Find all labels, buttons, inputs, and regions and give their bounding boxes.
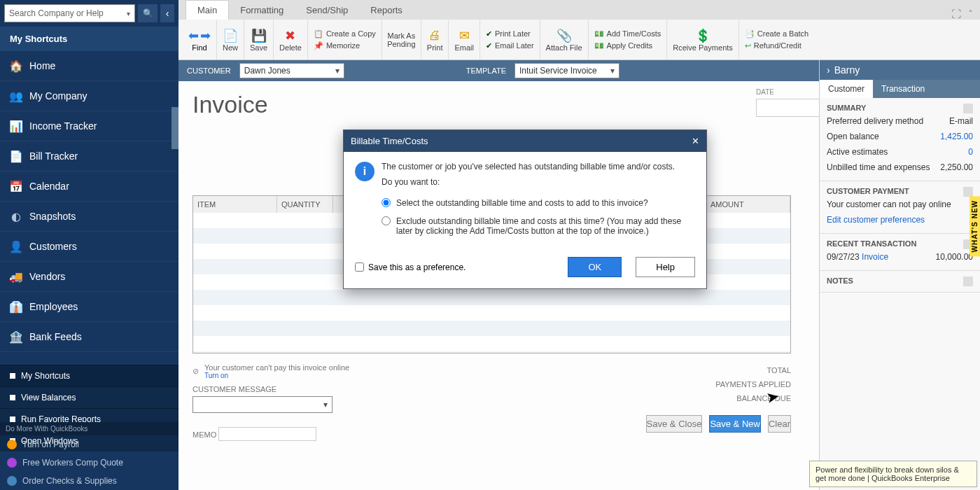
sidebar-scrollbar[interactable] xyxy=(172,107,178,149)
prev-arrow-icon[interactable]: ⬅ xyxy=(188,28,199,43)
left-sidebar: Search Company or Help▾ 🔍 ‹ My Shortcuts… xyxy=(0,0,178,490)
email-later-check[interactable]: ✔Email Later xyxy=(486,40,534,52)
refund-group: 📑Create a Batch ↩Refund/Credit xyxy=(739,20,814,59)
do-more-payroll[interactable]: Turn on Payroll xyxy=(0,435,178,454)
attach-button[interactable]: 📎Attach File xyxy=(540,20,589,59)
employees-icon: 👔 xyxy=(10,300,22,313)
memo-label: MEMO xyxy=(192,430,216,439)
find-group[interactable]: ⬅➡ Find xyxy=(183,20,217,59)
credit-icon: 💵 xyxy=(594,41,604,50)
vendors-icon: 🚚 xyxy=(10,270,22,283)
nav-home[interactable]: 🏠Home xyxy=(0,51,178,81)
edit-payment-icon[interactable] xyxy=(963,187,973,197)
nav-calendar[interactable]: 📅Calendar xyxy=(0,172,178,202)
delete-icon: ✖ xyxy=(283,28,298,43)
income-icon: 📊 xyxy=(10,120,22,132)
tab-send-ship[interactable]: Send/Ship xyxy=(295,1,359,20)
attach-icon: 📎 xyxy=(556,28,572,43)
memo-input[interactable] xyxy=(218,427,316,441)
rp-tab-transaction[interactable]: Transaction xyxy=(873,80,933,98)
create-batch-button[interactable]: 📑Create a Batch xyxy=(745,28,808,40)
rp-payment-text: Your customer can not pay online xyxy=(827,197,973,212)
print-button[interactable]: 🖨Print xyxy=(421,20,449,59)
edit-cust-pref-link[interactable]: Edit customer preferences xyxy=(827,215,925,225)
next-arrow-icon[interactable]: ➡ xyxy=(200,28,211,43)
mark-pending-button[interactable]: Mark As Pending xyxy=(382,20,421,59)
edit-summary-icon[interactable] xyxy=(963,104,973,113)
nav-bank-feeds[interactable]: 🏦Bank Feeds xyxy=(0,322,178,352)
footer-view-balances[interactable]: View Balances xyxy=(0,386,178,408)
tab-main[interactable]: Main xyxy=(186,0,229,20)
whats-new-tab[interactable]: WHAT'S NEW xyxy=(969,196,980,256)
do-more-header: Do More With QuickBooks xyxy=(0,422,178,435)
nav-snapshots[interactable]: ◐Snapshots xyxy=(0,202,178,232)
save-icon: 💾 xyxy=(251,28,267,43)
modal-option2[interactable]: Exclude outstanding billable time and co… xyxy=(355,212,695,240)
print-later-check[interactable]: ✔Print Later xyxy=(486,28,531,40)
save-pref-checkbox[interactable] xyxy=(355,262,364,272)
nav-bill-tracker[interactable]: 📄Bill Tracker xyxy=(0,141,178,172)
do-more-workers-comp[interactable]: Free Workers Comp Quote xyxy=(0,454,178,472)
nav-vendors[interactable]: 🚚Vendors xyxy=(0,262,178,292)
create-copy-button[interactable]: 📋Create a Copy xyxy=(314,28,376,40)
rp-tab-customer[interactable]: Customer xyxy=(820,80,873,98)
save-close-button[interactable]: Save & Close xyxy=(646,415,703,433)
rp-notes-title: NOTES xyxy=(827,276,853,286)
search-input[interactable]: Search Company or Help▾ xyxy=(4,4,135,22)
modal-close-icon[interactable]: ✕ xyxy=(692,136,699,146)
template-select[interactable]: Intuit Service Invoice xyxy=(514,63,620,78)
clear-button[interactable]: Clear xyxy=(768,415,791,433)
rp-recent-title: RECENT TRANSACTION xyxy=(827,239,916,249)
customer-select[interactable]: Dawn Jones xyxy=(239,63,344,78)
save-new-button[interactable]: Save & New xyxy=(709,415,761,433)
modal-ok-button[interactable]: OK xyxy=(568,257,622,277)
nav-my-company[interactable]: 👥My Company xyxy=(0,81,178,111)
check-icon: ✔ xyxy=(486,41,492,50)
customers-icon: 👤 xyxy=(10,240,22,253)
save-pref-check[interactable]: Save this as a preference. xyxy=(355,262,465,272)
home-icon: 🏠 xyxy=(10,59,22,72)
radio-select[interactable] xyxy=(382,198,391,207)
apply-credits-button[interactable]: 💵Apply Credits xyxy=(594,40,652,52)
receive-icon: 💲 xyxy=(695,28,710,43)
rp-recent-link[interactable]: Invoice xyxy=(862,252,888,262)
nav-customers[interactable]: 👤Customers xyxy=(0,232,178,262)
edit-notes-icon[interactable] xyxy=(963,276,973,286)
radio-exclude[interactable] xyxy=(382,216,391,225)
collapse-sidebar-button[interactable]: ‹ xyxy=(160,4,174,22)
nav-income-tracker[interactable]: 📊Income Tracker xyxy=(0,111,178,141)
memorize-button[interactable]: 📌Memorize xyxy=(314,40,360,52)
do-more-order-checks[interactable]: Order Checks & Supplies xyxy=(0,472,178,490)
time-icon: 💵 xyxy=(594,29,604,38)
email-icon: ✉ xyxy=(456,28,472,43)
cust-msg-select[interactable] xyxy=(192,396,332,413)
new-button[interactable]: 📄New xyxy=(217,20,244,59)
collapse-up-icon[interactable]: ˄ xyxy=(968,8,973,20)
refund-button[interactable]: ↩Refund/Credit xyxy=(745,40,802,52)
turn-on-link[interactable]: Turn on xyxy=(204,372,349,379)
calendar-icon: 📅 xyxy=(10,180,22,192)
bank-icon: 🏦 xyxy=(10,330,22,343)
chevron-right-icon: › xyxy=(827,64,830,76)
tooltip: Power and flexibility to break down silo… xyxy=(809,461,977,487)
tab-reports[interactable]: Reports xyxy=(359,1,414,20)
modal-help-button[interactable]: Help xyxy=(636,257,695,277)
receive-payments-button[interactable]: 💲Rceive Payments xyxy=(667,20,739,59)
search-button[interactable]: 🔍 xyxy=(138,4,158,22)
add-time-button[interactable]: 💵Add Time/Costs xyxy=(594,28,662,40)
menu-tabs: Main Formatting Send/Ship Reports ⛶ ˄ xyxy=(178,0,980,20)
rp-payment-title: CUSTOMER PAYMENT xyxy=(827,187,909,197)
delete-button[interactable]: ✖Delete xyxy=(274,20,308,59)
footer-my-shortcuts[interactable]: My Shortcuts xyxy=(0,365,178,386)
save-button[interactable]: 💾Save xyxy=(244,20,274,59)
memorize-icon: 📌 xyxy=(314,41,323,50)
rp-customer-name[interactable]: ›Barny xyxy=(820,60,980,80)
modal-option1[interactable]: Select the outstanding billable time and… xyxy=(355,194,695,212)
bill-icon: 📄 xyxy=(10,150,22,162)
maximize-icon[interactable]: ⛶ xyxy=(951,8,961,20)
modal-title: Billable Time/Costs xyxy=(351,136,428,146)
nav-employees[interactable]: 👔Employees xyxy=(0,292,178,322)
modal-msg1: The customer or job you've selected has … xyxy=(382,162,675,172)
email-button[interactable]: ✉Email xyxy=(449,20,480,59)
tab-formatting[interactable]: Formatting xyxy=(229,1,295,20)
